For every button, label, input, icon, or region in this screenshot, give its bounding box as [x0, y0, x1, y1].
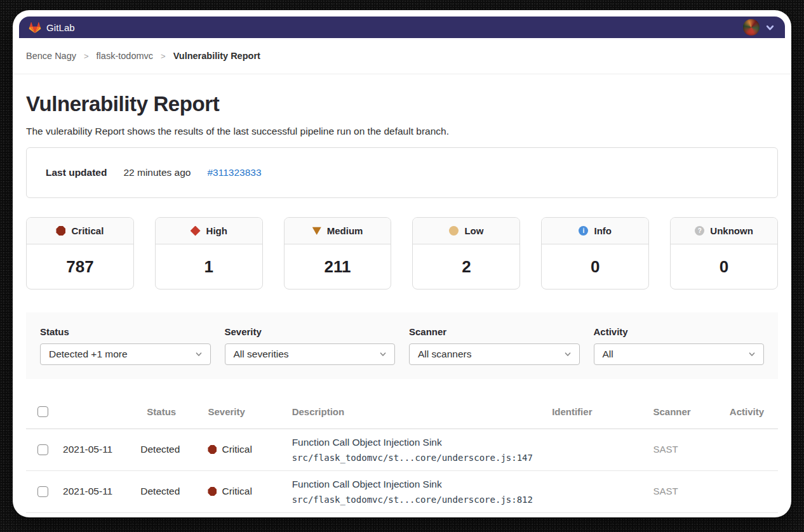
severity-medium-icon — [312, 227, 321, 235]
vulnerability-row[interactable]: 2021-05-11 Detected Critical Function Ca… — [26, 470, 778, 512]
severity-card-label: Medium — [327, 225, 363, 236]
scanner-cell: SAST — [653, 444, 678, 455]
status-cell: Detected — [140, 470, 208, 512]
scanner-column-header: Scanner — [596, 396, 723, 429]
identifier-cell — [539, 429, 596, 470]
last-updated-panel: Last updated 22 minutes ago #311323833 — [26, 147, 778, 198]
status-column-header: Status — [140, 396, 208, 429]
severity-card-label: Low — [464, 225, 483, 236]
row-checkbox[interactable] — [37, 486, 48, 497]
main-content: Vulnerability Report The vulerability Re… — [13, 92, 791, 513]
severity-card-label: High — [206, 225, 227, 236]
filter-severity: Severity All severities — [225, 326, 396, 365]
breadcrumb-item-project[interactable]: flask-todomvc — [97, 51, 153, 61]
user-menu-chevron-down-icon[interactable] — [765, 23, 775, 32]
gitlab-home-link[interactable]: GitLab — [28, 20, 75, 34]
severity-card-high[interactable]: High 1 — [155, 217, 263, 289]
vulnerability-row[interactable]: 2021-05-11 Detected Critical Function Ca… — [26, 429, 778, 470]
filter-severity-value: All severities — [234, 349, 289, 360]
severity-column-header: Severity — [208, 396, 284, 429]
filter-activity-value: All — [603, 349, 613, 360]
breadcrumb-item-user[interactable]: Bence Nagy — [26, 51, 76, 61]
breadcrumb-separator: > — [161, 51, 166, 61]
identifier-cell — [539, 470, 596, 512]
detected-date-cell: 2021-05-11 — [63, 429, 140, 470]
activity-cell — [723, 429, 778, 470]
severity-card-medium[interactable]: Medium 211 — [284, 217, 392, 289]
row-checkbox[interactable] — [37, 444, 48, 455]
last-updated-label: Last updated — [46, 167, 107, 178]
vulnerability-location: src/flask_todomvc/st...core/underscore.j… — [292, 495, 539, 505]
severity-card-label: Unknown — [710, 225, 753, 236]
filter-severity-label: Severity — [225, 326, 396, 337]
severity-card-count: 0 — [542, 244, 648, 289]
severity-cell-label: Critical — [222, 486, 251, 497]
top-navbar: GitLab — [19, 17, 785, 38]
gitlab-tanuki-icon — [28, 20, 42, 34]
severity-info-icon: i — [579, 226, 588, 236]
severity-critical-icon — [208, 487, 217, 496]
severity-high-icon — [191, 226, 201, 236]
severity-card-info[interactable]: i Info 0 — [541, 217, 649, 289]
breadcrumb-separator: > — [84, 51, 89, 61]
filter-scanner: Scanner All scanners — [409, 326, 580, 365]
vulnerability-title-link[interactable]: Function Call Object Injection Sink — [292, 478, 539, 491]
pipeline-link[interactable]: #311323833 — [207, 167, 261, 178]
filter-bar: Status Detected +1 more Severity All sev… — [26, 312, 778, 379]
severity-card-count: 0 — [671, 244, 777, 289]
filter-status: Status Detected +1 more — [40, 326, 211, 365]
user-avatar[interactable] — [743, 19, 760, 36]
user-menu[interactable] — [743, 19, 775, 36]
activity-column-header: Activity — [723, 396, 778, 429]
severity-card-unknown[interactable]: ? Unknown 0 — [670, 217, 778, 289]
filter-scanner-label: Scanner — [409, 326, 580, 337]
page-description: The vulerability Report shows the result… — [26, 126, 778, 137]
filter-status-value: Detected +1 more — [49, 349, 128, 360]
browser-window: GitLab Bence Nagy > flask-todomvc > Vuln… — [13, 10, 791, 517]
severity-critical-icon — [208, 445, 217, 454]
status-cell: Detected — [140, 429, 208, 470]
vulnerability-location: src/flask_todomvc/st...core/underscore.j… — [292, 453, 539, 463]
vulnerability-title-link[interactable]: Function Call Object Injection Sink — [292, 436, 539, 449]
severity-card-label: Critical — [71, 225, 104, 236]
date-column-header — [63, 396, 140, 429]
severity-card-critical[interactable]: Critical 787 — [26, 217, 134, 289]
filter-status-dropdown[interactable]: Detected +1 more — [40, 343, 211, 365]
chevron-down-icon — [194, 350, 203, 359]
description-column-header: Description — [285, 396, 539, 429]
info-glyph: i — [583, 228, 585, 234]
question-glyph: ? — [698, 228, 702, 234]
chevron-down-icon — [747, 350, 756, 359]
scanner-cell: SAST — [653, 486, 678, 496]
severity-critical-icon — [56, 226, 65, 236]
activity-cell — [723, 470, 778, 512]
filter-scanner-value: All scanners — [418, 349, 471, 360]
filter-severity-dropdown[interactable]: All severities — [225, 343, 396, 365]
severity-card-label: Info — [594, 225, 612, 236]
filter-activity-dropdown[interactable]: All — [594, 343, 765, 365]
detected-date-cell: 2021-05-11 — [63, 470, 140, 512]
severity-card-count: 1 — [156, 244, 262, 289]
filter-scanner-dropdown[interactable]: All scanners — [409, 343, 580, 365]
breadcrumb-item-current: Vulnerability Report — [173, 51, 260, 61]
chevron-down-icon — [563, 350, 572, 359]
table-header-row: Status Severity Description Identifier S… — [26, 396, 778, 429]
severity-unknown-icon: ? — [695, 226, 704, 236]
page-title: Vulnerability Report — [26, 92, 778, 116]
last-updated-value: 22 minutes ago — [123, 167, 191, 178]
desktop-background: GitLab Bence Nagy > flask-todomvc > Vuln… — [0, 0, 804, 532]
severity-card-low[interactable]: Low 2 — [412, 217, 520, 289]
breadcrumb: Bence Nagy > flask-todomvc > Vulnerabili… — [13, 38, 791, 74]
severity-summary: Critical 787 High 1 Medium 21 — [26, 217, 778, 289]
filter-status-label: Status — [40, 326, 211, 337]
severity-card-count: 787 — [27, 244, 133, 289]
severity-card-count: 211 — [285, 244, 391, 289]
severity-low-icon — [449, 226, 459, 236]
filter-activity: Activity All — [594, 326, 765, 365]
chevron-down-icon — [379, 350, 387, 359]
filter-activity-label: Activity — [594, 326, 765, 337]
severity-card-count: 2 — [413, 244, 519, 289]
severity-cell-label: Critical — [222, 444, 251, 455]
select-all-checkbox[interactable] — [37, 406, 48, 417]
brand-name: GitLab — [46, 22, 75, 33]
